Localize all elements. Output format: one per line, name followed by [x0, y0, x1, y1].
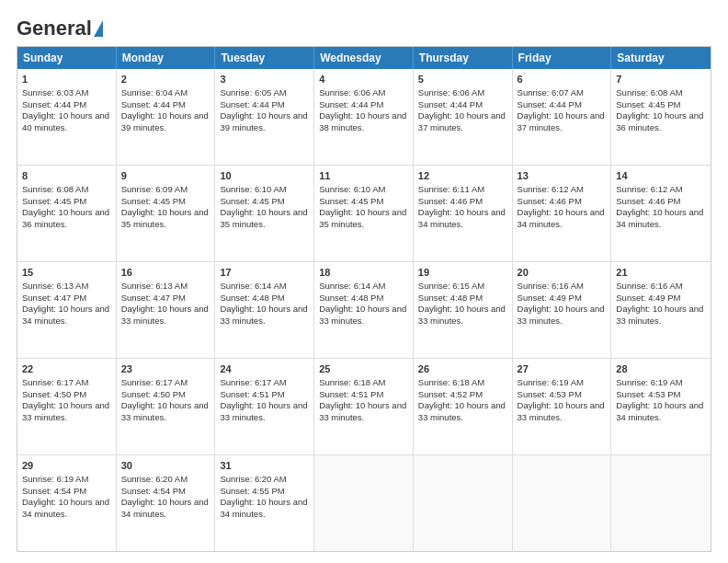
header-tuesday: Tuesday — [215, 47, 314, 69]
calendar-cell: 21Sunrise: 6:16 AMSunset: 4:49 PMDayligh… — [611, 262, 711, 358]
sunrise-label: Sunrise: 6:06 AM — [319, 87, 385, 98]
daylight-label: Daylight: 10 hours and 34 minutes. — [616, 400, 703, 422]
header-monday: Monday — [117, 47, 216, 69]
daylight-label: Daylight: 10 hours and 35 minutes. — [220, 207, 307, 229]
calendar-cell: 14Sunrise: 6:12 AMSunset: 4:46 PMDayligh… — [611, 166, 711, 261]
daylight-label: Daylight: 10 hours and 35 minutes. — [319, 207, 406, 229]
daylight-label: Daylight: 10 hours and 39 minutes. — [121, 110, 209, 132]
calendar-cell: 17Sunrise: 6:14 AMSunset: 4:48 PMDayligh… — [215, 262, 314, 358]
calendar-cell — [513, 455, 612, 551]
daylight-label: Daylight: 10 hours and 39 minutes. — [220, 110, 307, 132]
daylight-label: Daylight: 10 hours and 35 minutes. — [121, 207, 209, 229]
day-number: 31 — [220, 459, 309, 473]
logo-general: General — [17, 17, 92, 40]
daylight-label: Daylight: 10 hours and 34 minutes. — [616, 207, 703, 229]
sunset-label: Sunset: 4:53 PM — [616, 389, 680, 399]
sunset-label: Sunset: 4:50 PM — [22, 389, 86, 399]
day-number: 4 — [319, 73, 408, 86]
day-number: 7 — [616, 73, 706, 86]
day-number: 16 — [121, 266, 210, 280]
daylight-label: Daylight: 10 hours and 38 minutes. — [319, 110, 406, 132]
calendar-cell: 22Sunrise: 6:17 AMSunset: 4:50 PMDayligh… — [17, 359, 117, 454]
daylight-label: Daylight: 10 hours and 33 minutes. — [220, 400, 307, 422]
day-number: 14 — [616, 169, 706, 183]
calendar-cell: 12Sunrise: 6:11 AMSunset: 4:46 PMDayligh… — [414, 166, 513, 261]
calendar-cell: 20Sunrise: 6:16 AMSunset: 4:49 PMDayligh… — [513, 262, 612, 358]
sunset-label: Sunset: 4:47 PM — [22, 293, 86, 303]
sunset-label: Sunset: 4:51 PM — [220, 389, 284, 399]
calendar-cell: 2Sunrise: 6:04 AMSunset: 4:44 PMDaylight… — [117, 69, 216, 165]
day-number: 22 — [22, 362, 111, 376]
sunset-label: Sunset: 4:48 PM — [418, 293, 483, 303]
sunrise-label: Sunrise: 6:07 AM — [518, 87, 584, 98]
sunrise-label: Sunrise: 6:12 AM — [518, 184, 584, 194]
sunset-label: Sunset: 4:44 PM — [22, 99, 86, 109]
day-number: 13 — [518, 169, 607, 183]
sunset-label: Sunset: 4:44 PM — [418, 99, 483, 109]
sunset-label: Sunset: 4:44 PM — [518, 99, 582, 109]
daylight-label: Daylight: 10 hours and 34 minutes. — [220, 497, 307, 519]
calendar-header: Sunday Monday Tuesday Wednesday Thursday… — [17, 47, 711, 69]
day-number: 23 — [121, 362, 210, 376]
week-row-3: 15Sunrise: 6:13 AMSunset: 4:47 PMDayligh… — [17, 262, 711, 359]
calendar-cell: 29Sunrise: 6:19 AMSunset: 4:54 PMDayligh… — [17, 455, 117, 551]
sunset-label: Sunset: 4:45 PM — [121, 196, 186, 206]
daylight-label: Daylight: 10 hours and 37 minutes. — [418, 110, 506, 132]
calendar-cell: 6Sunrise: 6:07 AMSunset: 4:44 PMDaylight… — [513, 69, 612, 165]
sunrise-label: Sunrise: 6:13 AM — [22, 281, 88, 291]
sunrise-label: Sunrise: 6:20 AM — [220, 474, 286, 484]
calendar-cell: 13Sunrise: 6:12 AMSunset: 4:46 PMDayligh… — [513, 166, 612, 261]
day-number: 2 — [121, 73, 210, 86]
calendar-body: 1Sunrise: 6:03 AMSunset: 4:44 PMDaylight… — [17, 69, 711, 551]
sunset-label: Sunset: 4:45 PM — [616, 99, 680, 109]
daylight-label: Daylight: 10 hours and 34 minutes. — [518, 207, 605, 229]
calendar-cell: 7Sunrise: 6:08 AMSunset: 4:45 PMDaylight… — [611, 69, 711, 165]
sunrise-label: Sunrise: 6:20 AM — [121, 474, 188, 484]
sunrise-label: Sunrise: 6:10 AM — [319, 184, 385, 194]
day-number: 24 — [220, 362, 309, 376]
calendar-cell: 4Sunrise: 6:06 AMSunset: 4:44 PMDaylight… — [314, 69, 414, 165]
day-number: 12 — [418, 169, 507, 183]
week-row-1: 1Sunrise: 6:03 AMSunset: 4:44 PMDaylight… — [17, 69, 711, 166]
sunset-label: Sunset: 4:45 PM — [220, 196, 284, 206]
week-row-5: 29Sunrise: 6:19 AMSunset: 4:54 PMDayligh… — [17, 455, 711, 551]
sunrise-label: Sunrise: 6:17 AM — [220, 377, 286, 387]
daylight-label: Daylight: 10 hours and 33 minutes. — [418, 400, 506, 422]
daylight-label: Daylight: 10 hours and 34 minutes. — [22, 497, 109, 519]
sunset-label: Sunset: 4:49 PM — [518, 293, 582, 303]
calendar-cell: 5Sunrise: 6:06 AMSunset: 4:44 PMDaylight… — [414, 69, 513, 165]
daylight-label: Daylight: 10 hours and 33 minutes. — [518, 304, 605, 326]
header-wednesday: Wednesday — [314, 47, 414, 69]
daylight-label: Daylight: 10 hours and 33 minutes. — [418, 304, 506, 326]
daylight-label: Daylight: 10 hours and 34 minutes. — [22, 304, 109, 326]
calendar: Sunday Monday Tuesday Wednesday Thursday… — [17, 46, 711, 552]
sunset-label: Sunset: 4:46 PM — [616, 196, 680, 206]
sunset-label: Sunset: 4:45 PM — [22, 196, 86, 206]
calendar-cell — [611, 455, 711, 551]
sunrise-label: Sunrise: 6:19 AM — [22, 474, 88, 484]
day-number: 18 — [319, 266, 408, 280]
daylight-label: Daylight: 10 hours and 40 minutes. — [22, 110, 109, 132]
sunset-label: Sunset: 4:54 PM — [22, 486, 86, 496]
daylight-label: Daylight: 10 hours and 33 minutes. — [319, 304, 406, 326]
sunrise-label: Sunrise: 6:16 AM — [518, 281, 584, 291]
logo-triangle-icon — [94, 20, 103, 37]
day-number: 26 — [418, 362, 507, 376]
sunrise-label: Sunrise: 6:17 AM — [121, 377, 188, 387]
day-number: 15 — [22, 266, 111, 280]
calendar-cell: 9Sunrise: 6:09 AMSunset: 4:45 PMDaylight… — [117, 166, 216, 261]
sunrise-label: Sunrise: 6:14 AM — [220, 281, 286, 291]
calendar-cell: 1Sunrise: 6:03 AMSunset: 4:44 PMDaylight… — [17, 69, 117, 165]
sunrise-label: Sunrise: 6:19 AM — [518, 377, 584, 387]
calendar-cell: 23Sunrise: 6:17 AMSunset: 4:50 PMDayligh… — [117, 359, 216, 454]
calendar-cell: 31Sunrise: 6:20 AMSunset: 4:55 PMDayligh… — [215, 455, 314, 551]
calendar-cell: 16Sunrise: 6:13 AMSunset: 4:47 PMDayligh… — [117, 262, 216, 358]
sunset-label: Sunset: 4:52 PM — [418, 389, 483, 399]
calendar-cell: 30Sunrise: 6:20 AMSunset: 4:54 PMDayligh… — [117, 455, 216, 551]
day-number: 30 — [121, 459, 210, 473]
sunrise-label: Sunrise: 6:05 AM — [220, 87, 286, 98]
sunset-label: Sunset: 4:46 PM — [518, 196, 582, 206]
calendar-cell: 3Sunrise: 6:05 AMSunset: 4:44 PMDaylight… — [215, 69, 314, 165]
sunset-label: Sunset: 4:44 PM — [220, 99, 284, 109]
day-number: 21 — [616, 266, 706, 280]
